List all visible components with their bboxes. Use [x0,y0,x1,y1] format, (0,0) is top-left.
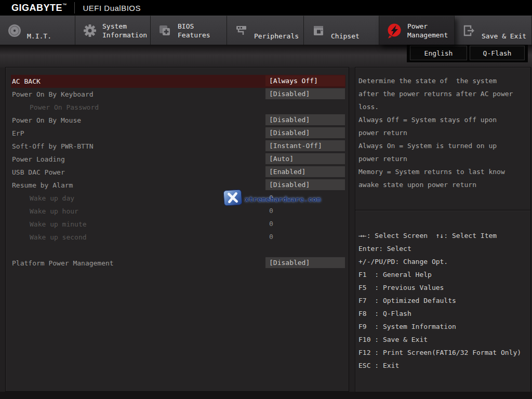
setting-value: 0 [265,218,345,229]
tab-chipset[interactable]: Chipset [304,16,379,45]
setting-row-wake-up-minute: Wake up minute 0 [11,218,345,231]
setting-value[interactable]: [Always Off] [265,75,345,86]
top-button-strip: English Q-Flash [407,45,528,62]
mit-dial-icon [7,23,22,38]
setting-row-ac-back[interactable]: AC BACK [Always Off] [11,75,345,88]
legend-line: F1 : General Help [358,268,531,281]
tab-system-information[interactable]: System Information [75,16,151,45]
setting-label: ErP [12,127,24,140]
bios-chip-icon [157,23,173,38]
legend-line: F8 : Q-Flash [358,307,531,320]
setting-row-power-on-keyboard[interactable]: Power On By Keyboard [Disabled] [11,88,345,101]
help-line: Determine the state of the system [358,74,530,87]
watermark: xtremehardware.com [222,190,316,208]
setting-value[interactable]: [Disabled] [265,257,345,268]
peripherals-icon [234,23,249,38]
setting-label: Platform Power Management [12,257,114,270]
tab-label: System Information [102,22,147,39]
help-line: after the power returns after AC power [358,87,530,100]
setting-label: AC BACK [12,75,41,88]
help-line: Always Off = System stays off upon [358,113,530,126]
setting-label: Wake up day [30,192,74,205]
tab-label: M.I.T. [27,32,51,41]
trademark-mark: ™ [62,3,67,7]
menu-tab-bar: M.I.T. System Information BIOS Features … [0,16,532,45]
item-help-text: Determine the state of the system after … [358,74,530,191]
setting-row-soft-off[interactable]: Soft-Off by PWR-BTTN [Instant-Off] [11,140,345,153]
help-panel-divider [355,210,530,210]
tab-save-exit[interactable]: Save & Exit [455,16,532,45]
setting-label: USB DAC Power [12,166,65,179]
settings-spacer-row [11,244,345,257]
language-button[interactable]: English [410,46,467,60]
settings-panel: AC BACK [Always Off] Power On By Keyboar… [5,67,349,392]
tab-label: Power Management [407,22,448,39]
legend-line: →←: Select Screen ↑↓: Select Item [358,229,531,242]
power-bolt-icon [386,22,403,39]
tab-power-management[interactable]: Power Management [379,16,455,45]
qflash-button[interactable]: Q-Flash [470,46,525,60]
legend-line: Enter: Select [358,242,531,255]
gigabyte-logo: GIGABYTE™ [11,3,67,14]
setting-label: Wake up minute [30,218,87,231]
setting-value[interactable]: [Disabled] [265,88,345,99]
chipset-icon [311,23,326,38]
tab-label: Save & Exit [482,32,526,41]
tab-label: BIOS Features [178,22,210,39]
setting-row-platform-power-management[interactable]: Platform Power Management [Disabled] [11,257,345,270]
setting-row-power-on-mouse[interactable]: Power On By Mouse [Disabled] [11,114,345,127]
help-line: awake state upon power return [358,178,530,191]
setting-label: Power On Password [30,101,99,114]
title-bar: GIGABYTE™ UEFI DualBIOS [0,0,532,16]
setting-row-power-loading[interactable]: Power Loading [Auto] [11,153,345,166]
setting-value[interactable]: [Instant-Off] [265,140,345,151]
logo-divider [74,2,75,14]
setting-label: Wake up second [30,231,87,244]
setting-row-usb-dac-power[interactable]: USB DAC Power [Enabled] [11,166,345,179]
help-line: Memory = System returns to last know [358,165,530,178]
setting-label: Power Loading [12,153,65,166]
key-legend: →←: Select Screen ↑↓: Select Item Enter:… [358,229,531,372]
legend-line: F10 : Save & Exit [358,333,531,346]
tab-label: Chipset [331,32,360,41]
help-line: power return [358,152,530,165]
legend-line: ESC : Exit [358,359,531,372]
setting-value[interactable]: [Disabled] [265,179,345,190]
tab-mit[interactable]: M.I.T. [0,16,75,45]
bios-screen: GIGABYTE™ UEFI DualBIOS M.I.T. System In… [0,0,532,399]
tab-label: Peripherals [254,32,299,41]
watermark-text: xtremehardware.com [245,195,321,203]
settings-list: AC BACK [Always Off] Power On By Keyboar… [11,75,345,270]
help-line: loss. [358,100,530,113]
tab-peripherals[interactable]: Peripherals [227,16,304,45]
setting-value[interactable]: [Disabled] [265,127,345,138]
help-line: power return [358,126,530,139]
setting-row-erp[interactable]: ErP [Disabled] [11,127,345,140]
legend-line: F5 : Previous Values [358,281,531,294]
setting-row-power-on-password: Power On Password [11,101,345,114]
legend-line: +/-/PU/PD: Change Opt. [358,255,531,268]
legend-line: F9 : System Information [358,320,531,333]
setting-value[interactable]: [Disabled] [265,114,345,125]
legend-line: F12 : Print Screen(FAT16/32 Format Only) [358,346,531,359]
save-exit-icon [461,23,477,38]
setting-label: Resume by Alarm [12,179,73,192]
setting-value[interactable]: [Auto] [265,153,345,164]
watermark-x-icon [222,189,243,209]
help-line: Always On = System is turned on up [358,139,530,152]
tab-bios-features[interactable]: BIOS Features [151,16,227,45]
setting-label: Power On By Mouse [12,114,81,127]
bottom-strip [0,392,532,399]
setting-value[interactable]: [Enabled] [265,166,345,177]
bios-product-title: UEFI DualBIOS [83,4,141,12]
help-panel: Determine the state of the system after … [355,67,531,393]
legend-line: F7 : Optimized Defaults [358,294,531,307]
setting-label: Wake up hour [30,205,78,218]
setting-label: Soft-Off by PWR-BTTN [12,140,94,153]
gear-icon [82,23,98,38]
setting-row-wake-up-second: Wake up second 0 [11,231,345,244]
setting-label: Power On By Keyboard [12,88,94,101]
setting-value: 0 [265,231,345,242]
